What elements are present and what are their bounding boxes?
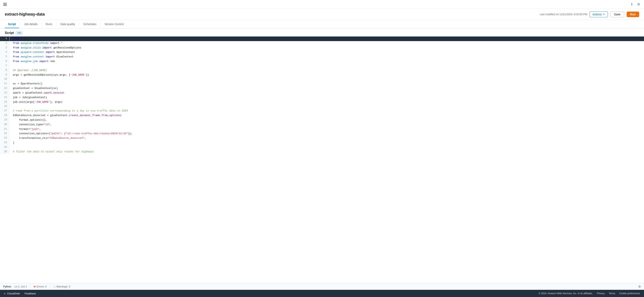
code-line: 22 connection_options={"paths": ["s3://u… (0, 131, 644, 136)
tab-script[interactable]: Script (5, 20, 19, 28)
warnings-count: 0 (69, 285, 70, 288)
code-line: 19 format_options={}, (0, 118, 644, 122)
errors-label: Errors: (36, 285, 44, 288)
tab-divider-1 (20, 22, 20, 26)
footer-terms-link[interactable]: Terms (609, 292, 615, 295)
code-lines: 1 import sys 2 from awsglue.transforms i… (0, 36, 644, 154)
code-line: 7 (0, 64, 644, 68)
footer-copyright: © 2024, Amazon Web Services, Inc. or its… (538, 292, 593, 295)
status-bar: Python Ln 1, Col 1 ⊗ Errors: 0 ⚠ Warning… (0, 283, 644, 290)
header-actions: Last modified on 11/21/2024, 9:32:05 PM … (540, 11, 639, 17)
save-button[interactable]: Save (610, 11, 624, 17)
code-line: 15 job.init(args['JOB_NAME'], args) (0, 100, 644, 104)
script-section-label: Script (5, 31, 14, 35)
code-line: 8 ## @params: [JOB_NAME] (0, 68, 644, 73)
code-line: 14 job = Job(glueContext) (0, 95, 644, 100)
code-line: 6 from awsglue.job import Job (0, 59, 644, 64)
code-line: 12 glueContext = GlueContext(sc) (0, 86, 644, 91)
footer: » CloudShell Feedback © 2024, Amazon Web… (0, 290, 644, 297)
error-circle-icon: ⊗ (34, 285, 36, 288)
code-line: 20 connection_type="s3", (0, 122, 644, 127)
code-line: 26 # filter the data to select only rout… (0, 150, 644, 154)
tab-version-control[interactable]: Version Control (102, 20, 127, 28)
code-line: 4 from pyspark.context import SparkConte… (0, 50, 644, 55)
tab-runs[interactable]: Runs (42, 20, 56, 28)
footer-right: © 2024, Amazon Web Services, Inc. or its… (538, 292, 640, 295)
code-line: 5 from awsglue.context import GlueContex… (0, 55, 644, 59)
status-position: Ln 1, Col 1 (14, 285, 27, 288)
status-language: Python (3, 285, 11, 288)
status-warnings: ⚠ Warnings: 0 (53, 285, 70, 288)
script-section-header: Script Info (0, 29, 644, 36)
settings-icon-nav[interactable]: ⚙ (636, 2, 641, 6)
footer-feedback-label[interactable]: Feedback (24, 292, 36, 295)
cloudshell-terminal-icon: » (4, 292, 6, 295)
code-line: 9 args = getResolvedOptions(sys.argv, ['… (0, 73, 644, 77)
tab-data-quality[interactable]: Data quality (57, 20, 78, 28)
script-info-badge[interactable]: Info (16, 31, 22, 35)
code-line: 2 from awsglue.transforms import * (0, 41, 644, 46)
warning-triangle-icon: ⚠ (53, 285, 56, 288)
last-modified-text: Last modified on 11/21/2024, 9:32:05 PM (540, 13, 587, 16)
code-line: 17 # read from a partition corresponding… (0, 109, 644, 113)
tab-divider-2 (42, 22, 42, 26)
top-nav: ℹ ⚙ (0, 0, 644, 9)
errors-count: 0 (45, 285, 46, 288)
code-line: 13 spark = glueContext.spark_session (0, 91, 644, 95)
code-line: 11 sc = SparkContext() (0, 82, 644, 86)
tab-bar: Script Job details Runs Data quality Sch… (0, 20, 644, 29)
code-line: 23 transformation_ctx="S3DataSource_dsou… (0, 136, 644, 141)
footer-privacy-link[interactable]: Privacy (597, 292, 605, 295)
code-editor[interactable]: 1 import sys 2 from awsglue.transforms i… (0, 36, 644, 283)
code-line: 25 (0, 145, 644, 150)
code-line: 21 format="json", (0, 127, 644, 132)
tab-job-details[interactable]: Job details (21, 20, 41, 28)
footer-cookie-link[interactable]: Cookie preferences (619, 292, 640, 295)
hamburger-menu-icon[interactable] (3, 2, 7, 6)
actions-chevron-icon: ▼ (603, 13, 605, 15)
code-line: 18 S3DataSource_dsource1 = glueContext.c… (0, 113, 644, 118)
code-line: 1 import sys (0, 36, 644, 41)
tab-schedules[interactable]: Schedules (80, 20, 100, 28)
info-icon[interactable]: ℹ (630, 2, 634, 6)
run-button[interactable]: Run (627, 11, 639, 17)
page-title: extract-highway-data (5, 12, 45, 16)
footer-left: » CloudShell Feedback (4, 292, 36, 295)
script-section: Script Info 1 import sys 2 from awsglue.… (0, 29, 644, 290)
warnings-label: Warnings: (56, 285, 68, 288)
page-header: extract-highway-data Last modified on 11… (0, 9, 644, 20)
actions-button[interactable]: Actions ▼ (590, 11, 608, 17)
code-line: 3 from awsglue.utils import getResolvedO… (0, 46, 644, 50)
cloudshell-label[interactable]: CloudShell (7, 292, 20, 295)
tab-divider-4 (79, 22, 79, 26)
status-settings-icon[interactable]: ⚙ (638, 285, 641, 289)
tab-divider-3 (56, 22, 56, 26)
code-line: 16 (0, 104, 644, 109)
code-line: 24 ) (0, 141, 644, 145)
top-nav-right: ℹ ⚙ (630, 2, 641, 6)
status-errors: ⊗ Errors: 0 (34, 285, 46, 288)
code-line: 10 (0, 77, 644, 82)
